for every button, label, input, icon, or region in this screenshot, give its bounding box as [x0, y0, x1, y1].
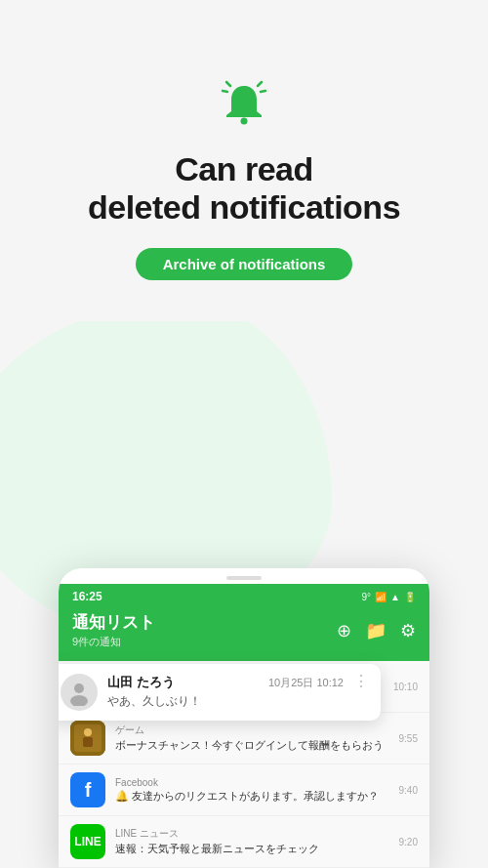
wifi-icon: 📶: [375, 592, 386, 602]
list-app-name: LINE ニュース: [115, 827, 389, 841]
list-time: 9:40: [399, 785, 418, 796]
settings-icon[interactable]: ⚙: [400, 620, 416, 641]
phone-mockup: 16:25 9° 📶 ▲ 🔋 通知リスト 9件の通知 ⊕ 📁 ⚙: [59, 568, 429, 868]
notif-message: やあ、久しぶり！: [107, 693, 344, 710]
notif-time: 10月25日 10:12: [268, 676, 344, 690]
list-text: LINE ニュース 速報：天気予報と最新ニュースをチェック: [115, 827, 389, 856]
svg-point-6: [70, 695, 88, 706]
app-title: 通知リスト: [72, 611, 155, 634]
svg-rect-10: [83, 737, 93, 747]
list-message: ボーナスチャンス！今すぐログインして報酬をもらおう: [115, 738, 389, 753]
status-bar: 16:25 9° 📶 ▲ 🔋: [59, 584, 429, 603]
floating-notification: 山田 たろう 10月25日 10:12 やあ、久しぶり！ ⋮: [59, 664, 381, 721]
bell-icon: [219, 78, 269, 133]
drag-handle: [226, 576, 262, 580]
list-message: 🔔 友達からのリクエストがあります。承認しますか？: [115, 789, 389, 804]
app-bar-icons: ⊕ 📁 ⚙: [337, 620, 416, 641]
battery-icon: 🔋: [404, 592, 416, 602]
list-item[interactable]: f Facebook 🔔 友達からのリクエストがあります。承認しますか？ 9:4…: [59, 765, 429, 816]
temp-icon: 9°: [362, 592, 372, 602]
app-subtitle: 9件の通知: [72, 635, 155, 649]
list-app-name: ゲーム: [115, 723, 389, 737]
status-time: 16:25: [72, 590, 102, 603]
app-bar-left: 通知リスト 9件の通知: [72, 611, 155, 649]
list-message: 速報：天気予報と最新ニュースをチェック: [115, 842, 389, 856]
svg-line-0: [226, 82, 230, 86]
target-icon[interactable]: ⊕: [337, 620, 351, 641]
list-time: 9:20: [399, 837, 418, 847]
signal-icon: ▲: [390, 592, 400, 602]
list-text: ゲーム ボーナスチャンス！今すぐログインして報酬をもらおう: [115, 723, 389, 753]
list-item[interactable]: LINE LINE ニュース 速報：天気予報と最新ニュースをチェック 9:20: [59, 816, 429, 868]
svg-point-5: [74, 683, 84, 693]
notif-header: 山田 たろう 10月25日 10:12: [107, 674, 344, 691]
game-icon: [70, 721, 105, 756]
headline: Can read deleted notifications: [88, 150, 400, 227]
list-time: 10:10: [393, 682, 418, 692]
notif-avatar: [61, 674, 98, 711]
list-text: Facebook 🔔 友達からのリクエストがあります。承認しますか？: [115, 777, 389, 804]
folder-icon[interactable]: 📁: [365, 620, 386, 641]
svg-line-2: [223, 91, 227, 92]
svg-line-3: [261, 91, 265, 92]
app-bar: 通知リスト 9件の通知 ⊕ 📁 ⚙ 山田 た: [59, 603, 429, 661]
svg-line-1: [258, 82, 262, 86]
notif-sender: 山田 たろう: [107, 674, 175, 691]
list-time: 9:55: [399, 733, 418, 744]
status-icons: 9° 📶 ▲ 🔋: [362, 592, 416, 602]
top-section: Can read deleted notifications Archive o…: [0, 0, 488, 280]
svg-point-4: [241, 118, 248, 125]
facebook-icon: f: [70, 772, 105, 807]
svg-point-9: [84, 728, 92, 736]
line-icon: LINE: [70, 824, 105, 859]
list-app-name: Facebook: [115, 777, 389, 788]
archive-badge[interactable]: Archive of notifications: [136, 248, 353, 280]
notif-more-icon[interactable]: ⋮: [353, 674, 369, 689]
notif-body: 山田 たろう 10月25日 10:12 やあ、久しぶり！: [107, 674, 344, 710]
